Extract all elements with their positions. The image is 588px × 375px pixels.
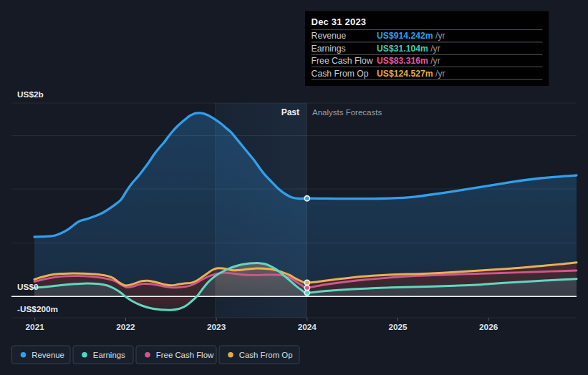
svg-text:Analysts Forecasts: Analysts Forecasts bbox=[312, 108, 382, 117]
svg-text:Dec 31 2023: Dec 31 2023 bbox=[312, 16, 367, 27]
svg-text:Revenue: Revenue bbox=[312, 31, 347, 41]
svg-text:Revenue: Revenue bbox=[32, 351, 64, 359]
svg-text:US$914.242m /yr: US$914.242m /yr bbox=[377, 31, 445, 41]
svg-text:US$0: US$0 bbox=[17, 282, 39, 292]
svg-text:Cash From Op: Cash From Op bbox=[239, 351, 293, 359]
svg-text:2021: 2021 bbox=[26, 322, 45, 332]
svg-text:Earnings: Earnings bbox=[312, 44, 346, 54]
svg-text:Cash From Op: Cash From Op bbox=[312, 69, 369, 79]
svg-text:2025: 2025 bbox=[388, 322, 408, 332]
svg-text:2024: 2024 bbox=[298, 322, 317, 332]
svg-text:US$2b: US$2b bbox=[17, 89, 44, 99]
svg-text:Earnings: Earnings bbox=[93, 351, 125, 359]
svg-text:US$31.104m /yr: US$31.104m /yr bbox=[377, 44, 440, 54]
svg-text:2026: 2026 bbox=[479, 322, 498, 332]
svg-text:Past: Past bbox=[281, 107, 299, 117]
svg-text:Free Cash Flow: Free Cash Flow bbox=[312, 56, 373, 66]
svg-text:Free Cash Flow: Free Cash Flow bbox=[156, 351, 214, 359]
svg-text:US$124.527m /yr: US$124.527m /yr bbox=[377, 69, 445, 79]
svg-text:2022: 2022 bbox=[116, 322, 135, 332]
svg-text:US$83.316m /yr: US$83.316m /yr bbox=[377, 56, 440, 66]
svg-text:-US$200m: -US$200m bbox=[17, 304, 58, 314]
svg-text:2023: 2023 bbox=[207, 322, 226, 332]
